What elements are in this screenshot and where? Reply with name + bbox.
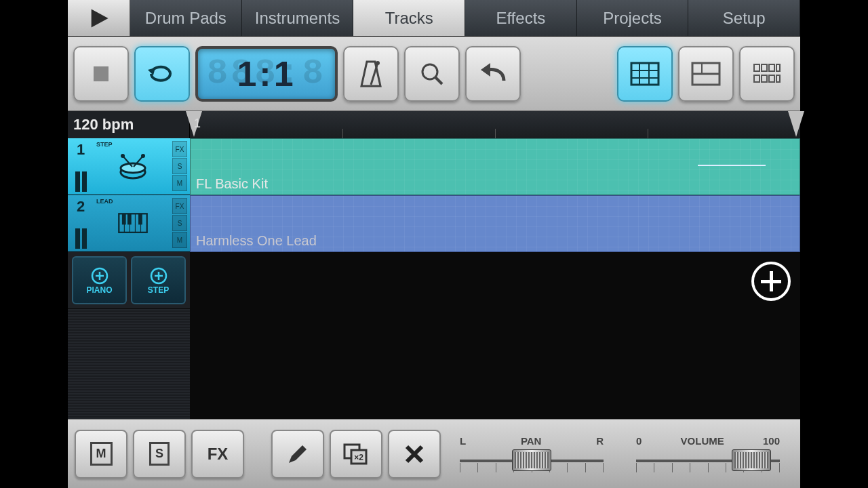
view-rows-button[interactable] bbox=[678, 46, 734, 102]
svg-point-28 bbox=[121, 154, 125, 158]
track-headers: 1 STEP FX S M 2 LEAD bbox=[68, 138, 190, 419]
clip-label: FL Basic Kit bbox=[196, 176, 268, 192]
add-piano-button[interactable]: PIANO bbox=[72, 256, 127, 304]
svg-point-5 bbox=[422, 64, 437, 79]
track-fx-flag[interactable]: FX bbox=[172, 198, 187, 214]
clip-track-1[interactable]: FL Basic Kit bbox=[190, 138, 800, 195]
loop-end-marker[interactable] bbox=[788, 111, 804, 137]
tab-projects[interactable]: Projects bbox=[577, 0, 689, 36]
edit-button[interactable] bbox=[271, 430, 324, 479]
volume-knob[interactable] bbox=[732, 449, 771, 471]
add-step-button[interactable]: STEP bbox=[131, 256, 186, 304]
metronome-button[interactable] bbox=[343, 46, 399, 102]
loop-button[interactable] bbox=[134, 46, 190, 102]
svg-rect-16 bbox=[754, 64, 760, 71]
view-grid-button[interactable] bbox=[617, 46, 673, 102]
tab-setup[interactable]: Setup bbox=[688, 0, 800, 36]
undo-button[interactable] bbox=[465, 46, 521, 102]
svg-text:×2: ×2 bbox=[354, 453, 363, 462]
svg-rect-8 bbox=[631, 63, 658, 85]
tab-tracks[interactable]: Tracks bbox=[353, 0, 465, 36]
track-mute-flag[interactable]: M bbox=[172, 232, 187, 248]
svg-line-6 bbox=[435, 77, 442, 84]
solo-button[interactable]: S bbox=[133, 430, 186, 479]
track-type-label: STEP bbox=[96, 141, 113, 148]
tempo-display[interactable]: 120 bpm bbox=[68, 111, 190, 138]
clip-track-2[interactable]: Harmless One Lead bbox=[190, 195, 800, 252]
clip-label: Harmless One Lead bbox=[196, 233, 317, 249]
svg-marker-0 bbox=[91, 9, 108, 27]
svg-rect-22 bbox=[769, 75, 774, 82]
svg-rect-18 bbox=[769, 64, 774, 71]
track-solo-flag[interactable]: S bbox=[172, 215, 187, 231]
svg-rect-17 bbox=[762, 64, 767, 71]
delete-button[interactable] bbox=[388, 430, 441, 479]
duplicate-button[interactable]: ×2 bbox=[330, 430, 382, 479]
track-fx-flag[interactable]: FX bbox=[172, 141, 187, 157]
clip-area[interactable]: FL Basic Kit Harmless One Lead bbox=[190, 138, 800, 419]
track-header-2[interactable]: 2 LEAD FX S M bbox=[68, 195, 190, 252]
zoom-button[interactable] bbox=[404, 46, 460, 102]
tab-instruments[interactable]: Instruments bbox=[242, 0, 354, 36]
volume-control[interactable]: 0VOLUME100 bbox=[623, 435, 793, 472]
svg-rect-23 bbox=[776, 75, 780, 82]
view-pads-button[interactable] bbox=[739, 46, 795, 102]
toolbar: 1:1 bbox=[68, 37, 800, 111]
add-clip-button[interactable] bbox=[751, 262, 791, 301]
svg-point-25 bbox=[121, 163, 145, 173]
svg-rect-36 bbox=[127, 214, 132, 225]
drum-icon bbox=[117, 153, 149, 180]
ruler-bar-number: 1 bbox=[194, 117, 201, 131]
svg-rect-19 bbox=[776, 64, 780, 71]
svg-rect-20 bbox=[754, 75, 760, 82]
stop-button[interactable] bbox=[73, 46, 129, 102]
bottom-bar: M S FX ×2 LPANR 0VOLUME100 bbox=[68, 419, 800, 488]
keyboard-icon bbox=[117, 210, 149, 237]
svg-rect-21 bbox=[762, 75, 767, 82]
svg-point-29 bbox=[141, 154, 145, 158]
track-header-1[interactable]: 1 STEP FX S M bbox=[68, 138, 190, 195]
svg-rect-37 bbox=[138, 214, 142, 225]
svg-marker-7 bbox=[481, 63, 490, 77]
tab-effects[interactable]: Effects bbox=[465, 0, 577, 36]
timeline-ruler[interactable]: 1 bbox=[190, 111, 800, 138]
top-tab-bar: Drum Pads Instruments Tracks Effects Pro… bbox=[68, 0, 800, 37]
track-type-label: LEAD bbox=[96, 198, 113, 205]
svg-marker-44 bbox=[289, 445, 307, 463]
fx-button[interactable]: FX bbox=[191, 430, 244, 479]
play-button[interactable] bbox=[68, 0, 130, 36]
pan-control[interactable]: LPANR bbox=[446, 435, 617, 472]
position-display[interactable]: 1:1 bbox=[195, 46, 338, 102]
tab-drum-pads[interactable]: Drum Pads bbox=[130, 0, 242, 36]
pan-knob[interactable] bbox=[512, 449, 551, 471]
svg-rect-35 bbox=[122, 214, 126, 225]
mute-button[interactable]: M bbox=[75, 430, 127, 479]
track-solo-flag[interactable]: S bbox=[172, 158, 187, 174]
track-mute-flag[interactable]: M bbox=[172, 175, 187, 191]
svg-point-4 bbox=[376, 61, 380, 65]
